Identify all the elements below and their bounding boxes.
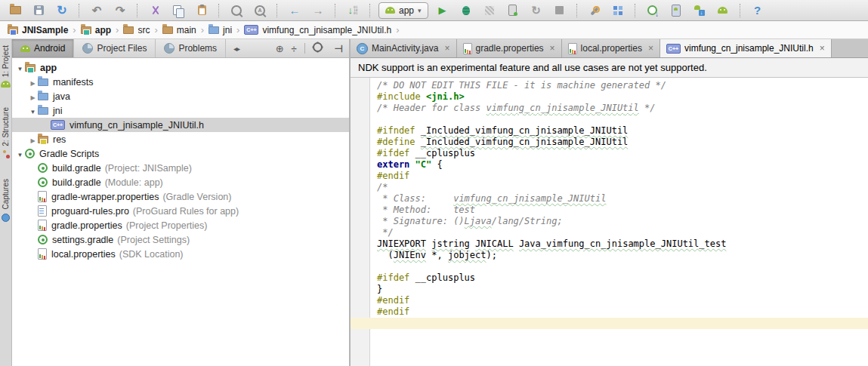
expand-arrow-icon[interactable] <box>15 63 25 73</box>
avd-manager-icon <box>672 5 681 17</box>
help-button[interactable] <box>749 2 767 19</box>
stop-button[interactable] <box>551 2 569 19</box>
tree-item-jni[interactable]: jni <box>12 103 349 118</box>
project-structure-icon <box>613 6 622 15</box>
chevron-right-icon: › <box>236 24 239 35</box>
code-token: */ <box>377 227 394 238</box>
wrench-button[interactable] <box>585 2 604 19</box>
attach-debugger-button[interactable] <box>504 2 522 19</box>
project-structure-button[interactable] <box>609 2 627 19</box>
editor-gutter[interactable] <box>351 78 370 366</box>
debug-button[interactable] <box>457 2 475 19</box>
breadcrumb-item[interactable]: JNISample <box>5 21 71 38</box>
tree-item-label: app <box>40 63 57 73</box>
coverage-button[interactable] <box>480 2 499 19</box>
locate-button[interactable] <box>276 43 284 54</box>
tree-item-java[interactable]: java <box>12 89 349 103</box>
expand-arrow-icon[interactable] <box>15 149 25 159</box>
expand-arrow-icon[interactable] <box>28 77 38 88</box>
code-token: __cplusplus <box>415 148 475 158</box>
editor-tab-local.properties[interactable]: local.properties× <box>562 39 660 57</box>
collapse-all-button[interactable] <box>292 43 297 54</box>
editor-tab-vimfung_cn_jnisample_jniutil.h[interactable]: vimfung_cn_jnisample_JNIUtil.h× <box>660 39 832 57</box>
close-icon[interactable]: × <box>550 44 555 53</box>
project-tree[interactable]: appmanifestsjavajnivimfung_cn_jnisample_… <box>12 58 349 366</box>
tool-stripe--structure[interactable]: 2: Structure <box>2 107 10 159</box>
breadcrumb-item[interactable]: src <box>120 21 153 38</box>
editor-tab-mainactivity.java[interactable]: MainActivity.java× <box>351 39 457 57</box>
cpp-icon <box>244 25 258 35</box>
tree-item-app[interactable]: app <box>12 60 349 75</box>
breadcrumb-item[interactable]: app <box>78 21 114 38</box>
breadcrumb-item[interactable]: main <box>159 21 199 38</box>
tab-project-files[interactable]: Project Files <box>74 39 156 57</box>
tool-stripe-captures[interactable]: Captures <box>2 179 10 222</box>
tree-item-settings.gradle[interactable]: settings.gradle(Project Settings) <box>12 232 349 247</box>
code-line: /* Header for class vimfung_cn_jnisample… <box>377 103 726 114</box>
tree-item-local.properties[interactable]: local.properties(SDK Location) <box>12 247 349 261</box>
code-editor[interactable]: /* DO NOT EDIT THIS FILE - it is machine… <box>351 78 868 366</box>
tab-problems[interactable]: Problems <box>156 39 226 57</box>
forward-button[interactable] <box>309 2 327 19</box>
sync-icon <box>57 3 66 17</box>
props-icon <box>38 220 47 231</box>
run-button[interactable] <box>434 2 452 19</box>
tree-item-label: build.gradle <box>52 177 101 188</box>
tree-item-vimfung_cn_jnisample_jniutil.h[interactable]: vimfung_cn_jnisample_JNIUtil.h <box>12 118 349 132</box>
redo-button[interactable] <box>111 2 129 19</box>
breadcrumb-item[interactable]: jni <box>205 21 235 38</box>
class-icon <box>357 43 368 54</box>
close-icon[interactable]: × <box>820 44 825 53</box>
paste-button[interactable] <box>193 2 211 19</box>
tree-item-gradle-wrapper.properties[interactable]: gradle-wrapper.properties(Gradle Version… <box>12 189 349 204</box>
back-button[interactable] <box>286 2 304 19</box>
captures-icon <box>2 214 10 222</box>
rerun-button[interactable] <box>527 2 545 19</box>
code-line: #endif <box>377 306 726 318</box>
props-icon <box>463 43 472 54</box>
gear-menu-button[interactable] <box>313 42 327 54</box>
tree-item-res[interactable]: res <box>12 132 349 146</box>
editor-tab-gradle.properties[interactable]: gradle.properties× <box>457 39 562 57</box>
tree-item-gradle.properties[interactable]: gradle.properties(Project Properties) <box>12 218 349 232</box>
expand-arrow-icon[interactable] <box>28 91 38 102</box>
code-line: extern "C" { <box>377 159 726 171</box>
hide-panel-button[interactable] <box>335 43 343 54</box>
switch-views-button[interactable] <box>226 45 247 53</box>
expand-arrow-icon[interactable] <box>28 106 38 116</box>
close-icon[interactable]: × <box>648 44 653 53</box>
gradle-sync-button[interactable] <box>644 2 662 19</box>
gradle-icon <box>25 149 35 158</box>
main-area: 1: Project2: StructureCaptures AndroidPr… <box>0 39 868 366</box>
find-button[interactable] <box>227 2 246 19</box>
cut-button[interactable] <box>146 2 164 19</box>
tab-android[interactable]: Android <box>12 39 74 57</box>
replace-button[interactable] <box>251 2 269 19</box>
android-monitor-button[interactable] <box>714 2 732 19</box>
close-icon[interactable]: × <box>444 44 449 53</box>
expand-arrow-icon[interactable] <box>28 134 38 145</box>
cut-icon <box>150 5 160 15</box>
undo-button[interactable] <box>88 2 106 19</box>
tree-item-build.gradle[interactable]: build.gradle(Project: JNISample) <box>12 161 349 175</box>
update-button[interactable] <box>344 2 362 19</box>
save-button[interactable] <box>29 2 48 19</box>
toolbar-separator <box>335 4 336 17</box>
tree-item-label: settings.gradle <box>52 235 113 245</box>
code-token: #include <box>377 91 426 102</box>
avd-manager-button[interactable] <box>667 2 685 19</box>
editor-tab-label: MainActivity.java <box>372 43 438 54</box>
tree-item-gradle-scripts[interactable]: Gradle Scripts <box>12 146 349 161</box>
tree-item-proguard-rules.pro[interactable]: proguard-rules.pro(ProGuard Rules for ap… <box>12 204 349 218</box>
breadcrumb-item[interactable]: vimfung_cn_jnisample_JNIUtil.h <box>241 21 394 38</box>
open-button[interactable] <box>6 2 24 19</box>
tree-item-manifests[interactable]: manifests <box>12 75 349 89</box>
sdk-manager-button[interactable] <box>690 2 709 19</box>
tree-item-secondary: (Project: JNISample) <box>105 163 192 174</box>
tool-stripe--project[interactable]: 1: Project <box>1 45 11 88</box>
copy-button[interactable] <box>169 2 187 19</box>
sync-button[interactable] <box>53 2 71 19</box>
tree-item-build.gradle[interactable]: build.gradle(Module: app) <box>12 175 349 189</box>
run-config-select[interactable]: app▾ <box>378 2 428 19</box>
help-icon <box>754 4 761 17</box>
